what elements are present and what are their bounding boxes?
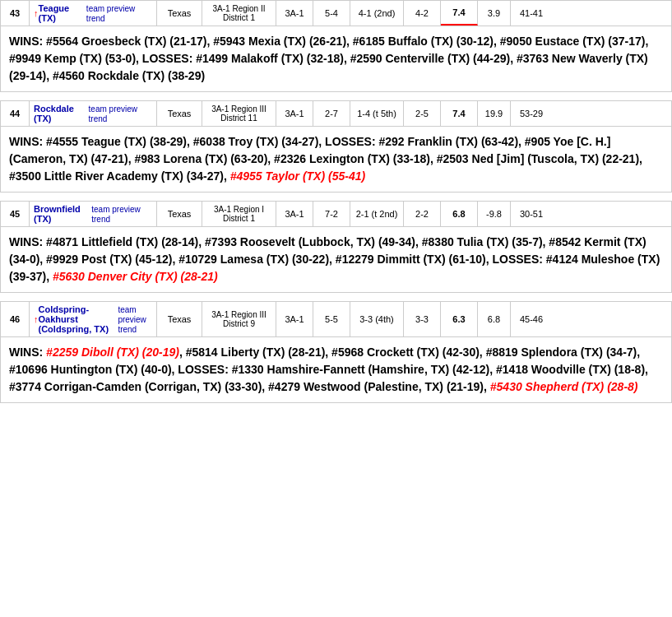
margin-cell: 6.8 xyxy=(478,302,511,336)
red-highlight-text: #5430 Shepherd (TX) (28-8) xyxy=(490,380,638,393)
rank-cell: 43 xyxy=(1,1,30,26)
team-name-cell: Brownfield (TX)team preview trend xyxy=(30,202,157,226)
trend-link[interactable]: trend xyxy=(89,114,108,123)
team-name-link[interactable]: Teague (TX) xyxy=(39,3,86,23)
state-cell: Texas xyxy=(157,101,202,126)
rank-cell: 45 xyxy=(1,202,30,226)
team-links: team preview trend xyxy=(118,304,152,334)
team-details-3: WINS: #2259 Diboll (TX) (20-19), #5814 L… xyxy=(1,337,671,402)
team-details-0: WINS: #5564 Groesbeck (TX) (21-17), #594… xyxy=(1,26,671,91)
conf-record-cell: 3-3 (4th) xyxy=(350,302,404,336)
class-cell: 3A-1 xyxy=(276,101,313,126)
trend-link[interactable]: trend xyxy=(118,325,137,334)
class-cell: 3A-1 xyxy=(276,202,313,226)
rating-cell: 7.4 xyxy=(441,1,478,26)
team-details-1: WINS: #4555 Teague (TX) (38-29), #6038 T… xyxy=(1,127,671,192)
team-header-2: 45Brownfield (TX)team preview trendTexas… xyxy=(1,202,671,227)
team-name-link[interactable]: Coldspring-Oakhurst (Coldspring, TX) xyxy=(39,304,118,334)
class-cell: 3A-1 xyxy=(276,1,313,26)
rank-cell: 44 xyxy=(1,101,30,126)
record-cell: 7-2 xyxy=(313,202,350,226)
team-header-3: 46↑Coldspring-Oakhurst (Coldspring, TX)t… xyxy=(1,302,671,337)
trend-link[interactable]: trend xyxy=(91,215,110,224)
rating-cell: 7.4 xyxy=(441,101,478,126)
team-preview-link[interactable]: team preview xyxy=(86,4,135,13)
record-cell: 5-5 xyxy=(313,302,350,336)
team-details-2: WINS: #4871 Littlefield (TX) (28-14), #7… xyxy=(1,227,671,292)
state-cell: Texas xyxy=(157,1,202,26)
record-cell: 2-7 xyxy=(313,101,350,126)
margin-cell: 19.9 xyxy=(478,101,511,126)
preseason-cell: 45-46 xyxy=(511,302,552,336)
district-cell: 3A-1 Region II District 1 xyxy=(202,1,276,26)
team-links: team preview trend xyxy=(86,3,152,23)
district-cell: 3A-1 Region I District 1 xyxy=(202,202,276,226)
team-block-1: 44Rockdale (TX)team preview trendTexas3A… xyxy=(0,100,672,193)
red-highlight-text: #4955 Taylor (TX) (55-41) xyxy=(230,169,365,183)
trend-link[interactable]: trend xyxy=(86,14,105,23)
margin-cell: -9.8 xyxy=(478,202,511,226)
preseason-cell: 53-29 xyxy=(511,101,552,126)
details-text: WINS: xyxy=(9,346,46,359)
team-preview-link[interactable]: team preview xyxy=(89,104,137,114)
district-cell: 3A-1 Region III District 9 xyxy=(202,302,276,336)
team-name-link[interactable]: Rockdale (TX) xyxy=(34,104,89,123)
district-cell: 3A-1 Region III District 11 xyxy=(202,101,276,126)
preseason-cell: 41-41 xyxy=(511,1,552,26)
team-header-1: 44Rockdale (TX)team preview trendTexas3A… xyxy=(1,101,671,127)
margin-cell: 3.9 xyxy=(478,1,511,26)
team-preview-link[interactable]: team preview xyxy=(118,305,146,324)
team-block-0: 43↑Teague (TX)team preview trendTexas3A-… xyxy=(0,0,672,92)
team-header-0: 43↑Teague (TX)team preview trendTexas3A-… xyxy=(1,1,671,26)
team-name-cell: ↑Coldspring-Oakhurst (Coldspring, TX)tea… xyxy=(30,302,157,336)
team-preview-link[interactable]: team preview xyxy=(91,205,140,214)
rating-cell: 6.8 xyxy=(441,202,478,226)
state-cell: Texas xyxy=(157,202,202,226)
team-name-link[interactable]: Brownfield (TX) xyxy=(34,204,91,224)
red-highlight-text: #2259 Diboll (TX) (20-19) xyxy=(46,346,179,359)
team-block-3: 46↑Coldspring-Oakhurst (Coldspring, TX)t… xyxy=(0,301,672,403)
red-highlight-text: #5630 Denver City (TX) (28-21) xyxy=(53,270,218,283)
class-cell: 3A-1 xyxy=(276,302,313,336)
team-name-cell: Rockdale (TX)team preview trend xyxy=(30,101,157,126)
sos-cell: 3-3 xyxy=(404,302,441,336)
team-links: team preview trend xyxy=(89,104,152,123)
conf-record-cell: 1-4 (t 5th) xyxy=(350,101,404,126)
rank-cell: 46 xyxy=(1,302,30,336)
sos-cell: 2-2 xyxy=(404,202,441,226)
sos-cell: 4-2 xyxy=(404,1,441,26)
team-links: team preview trend xyxy=(91,204,152,224)
team-block-2: 45Brownfield (TX)team preview trendTexas… xyxy=(0,201,672,293)
state-cell: Texas xyxy=(157,302,202,336)
preseason-cell: 30-51 xyxy=(511,202,552,226)
conf-record-cell: 4-1 (2nd) xyxy=(350,1,404,26)
rating-cell: 6.3 xyxy=(441,302,478,336)
conf-record-cell: 2-1 (t 2nd) xyxy=(350,202,404,226)
record-cell: 5-4 xyxy=(313,1,350,26)
team-name-cell: ↑Teague (TX)team preview trend xyxy=(30,1,157,26)
sos-cell: 2-5 xyxy=(404,101,441,126)
